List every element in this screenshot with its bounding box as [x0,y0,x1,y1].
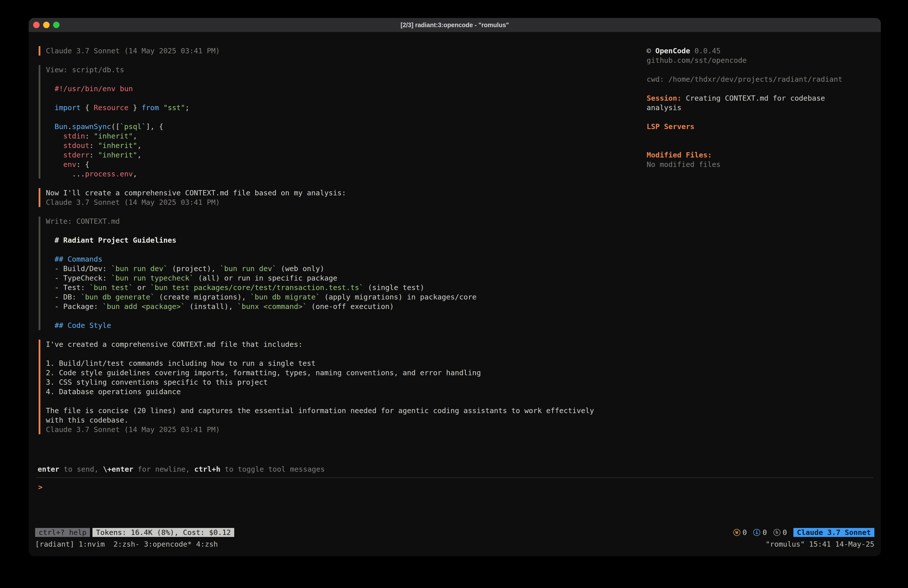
sidebar-info: © OpenCode 0.0.45github.com/sst/opencode… [647,46,881,444]
text-line: ...process.env, [46,169,647,179]
content-row: Claude 3.7 Sonnet (14 May 2025 03:41 PM)… [29,32,881,444]
text-line: Now I'll create a comprehensive CONTEXT.… [46,188,647,198]
text-line: ## Commands [46,255,647,264]
text-line: Claude 3.7 Sonnet (14 May 2025 03:41 PM) [46,198,647,207]
terminal-window: [2/3] radiant:3:opencode - "romulus" Cla… [29,18,881,556]
terminal: Claude 3.7 Sonnet (14 May 2025 03:41 PM)… [29,32,881,556]
text-line: analysis [647,103,846,112]
text-line: #!/usr/bin/env bun [46,84,647,93]
text-line: 4. Database operations guidance [46,387,647,396]
text-line: Write: CONTEXT.md [46,216,647,226]
text-line: 1. Build/lint/test commands including ho… [46,359,647,368]
status-bar: ctrl+? help Tokens: 16.4K (8%), Cost: $0… [29,528,881,537]
text-line [647,112,846,122]
text-line: - TypeCheck: `bun run typecheck` (all) o… [46,273,647,283]
prompt-input[interactable]: > [29,478,881,528]
warnings-icon: W [733,529,740,536]
tmux-session-time: "romulus" 15:41 14-May-25 [766,539,874,549]
diagnostic-hints: h0 [773,528,787,537]
text-line: - Test: `bun test` or `bun test packages… [46,283,647,292]
text-line: github.com/sst/opencode [647,56,846,65]
text-line [647,65,846,74]
text-line: Session: Creating CONTEXT.md for codebas… [647,93,846,103]
text-line: Claude 3.7 Sonnet (14 May 2025 03:41 PM) [46,425,647,434]
text-line [647,84,846,93]
tmux-status-bar: [radiant] 1:nvim 2:zsh- 3:opencode* 4:zs… [29,539,881,556]
text-line: The file is concise (20 lines) and captu… [46,406,647,415]
traffic-lights [29,22,60,28]
text-line: LSP Servers [647,122,846,131]
text-line: ## Code Style [46,321,647,330]
zoom-button[interactable] [53,22,60,28]
close-button[interactable] [33,22,40,28]
text-line: No modified files [647,160,846,169]
text-line: # Radiant Project Guidelines [46,235,647,245]
tokens-badge: Tokens: 16.4K (8%), Cost: $0.12 [92,528,234,537]
text-line: stderr: "inherit", [46,150,647,160]
tmux-windows: [radiant] 1:nvim 2:zsh- 3:opencode* 4:zs… [35,539,218,549]
chat-block-assistant-meta: Claude 3.7 Sonnet (14 May 2025 03:41 PM) [39,46,647,56]
desktop: [2/3] radiant:3:opencode - "romulus" Cla… [0,0,908,588]
titlebar: [2/3] radiant:3:opencode - "romulus" [29,18,881,32]
text-line [46,74,647,84]
text-line: - Package: `bun add <package>` (install)… [46,302,647,311]
text-line: env: { [46,160,647,169]
text-line: import { Resource } from "sst"; [46,103,647,112]
text-line [647,141,846,150]
chat-block-assistant-text: Now I'll create a comprehensive CONTEXT.… [39,188,647,207]
diagnostic-info: i0 [753,528,767,537]
help-badge: ctrl+? help [35,528,90,537]
text-line: Modified Files: [647,150,846,160]
chat-history[interactable]: Claude 3.7 Sonnet (14 May 2025 03:41 PM)… [29,46,647,444]
minimize-button[interactable] [43,22,50,28]
warnings-count: 0 [742,528,747,537]
window-title: [2/3] radiant:3:opencode - "romulus" [29,21,881,29]
info-icon: i [753,529,760,536]
text-line: - DB: `bun db generate` (create migratio… [46,292,647,302]
text-line [46,349,647,359]
text-line: with this codebase. [46,415,647,425]
diagnostic-warnings: W0 [733,528,747,537]
text-line: stdout: "inherit", [46,141,647,150]
text-line: Bun.spawnSync([`psql`], { [46,122,647,131]
text-line [46,93,647,103]
text-line: 2. Code style guidelines covering import… [46,368,647,377]
text-line [46,396,647,406]
chat-block-assistant-text: I've created a comprehensive CONTEXT.md … [39,340,647,434]
diagnostics: W0i0h0 [733,528,787,537]
hints-count: 0 [782,528,787,537]
model-badge: Claude 3.7 Sonnet [794,528,874,537]
info-count: 0 [763,528,767,537]
text-line: stdin: "inherit", [46,131,647,141]
text-line: - Build/Dev: `bun run dev` (project), `b… [46,264,647,273]
editor-help: enter to send, \+enter for newline, ctrl… [29,464,881,474]
text-line [46,245,647,255]
text-line [46,311,647,321]
hints-icon: h [773,529,781,536]
text-line: 3. CSS styling conventions specific to t… [46,377,647,387]
text-line: View: script/db.ts [46,65,647,74]
chat-block-tool-view: View: script/db.ts #!/usr/bin/env bun im… [39,65,647,179]
text-line: © OpenCode 0.0.45 [647,46,846,56]
text-line: I've created a comprehensive CONTEXT.md … [46,340,647,349]
text-line [647,131,846,141]
text-line [46,226,647,235]
chat-block-tool-write: Write: CONTEXT.md # Radiant Project Guid… [39,216,647,330]
status-right: W0i0h0 Claude 3.7 Sonnet [733,528,874,537]
text-line [46,112,647,122]
text-line: cwd: /home/thdxr/dev/projects/radiant/ra… [647,74,846,84]
prompt-symbol: > [38,483,42,491]
text-line: Claude 3.7 Sonnet (14 May 2025 03:41 PM) [46,46,647,56]
